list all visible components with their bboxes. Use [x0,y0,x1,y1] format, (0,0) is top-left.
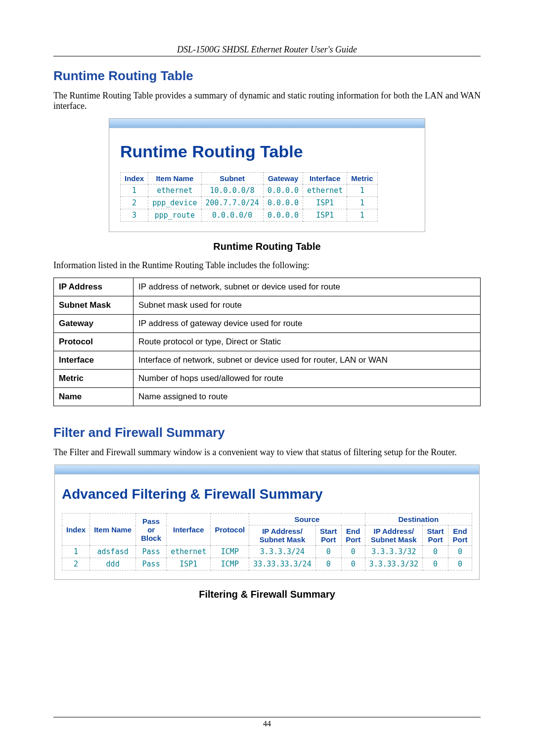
cell-metric: 1 [347,197,377,209]
col-dst-end: End Port [448,525,472,546]
cell-ssp: 0 [315,546,341,558]
footer-rule [53,717,481,717]
table-header-row: Index Item Name Subnet Gateway Interface… [121,173,378,185]
cell-dep: 0 [448,546,472,558]
cell-subnet: 200.7.7.0/24 [201,197,263,209]
table-row: 1 ethernet 10.0.0.0/8 0.0.0.0 ethernet 1 [121,185,378,197]
col-dst-start: Start Port [423,525,448,546]
panel-inner: Runtime Routing Table Index Item Name Su… [109,128,425,232]
cell-index: 1 [62,546,90,558]
cell-dsp: 0 [423,546,448,558]
cell-index: 2 [62,558,90,570]
desc-row: GatewayIP address of gateway device used… [54,315,481,333]
col-subnet: Subnet [201,173,263,185]
col-metric: Metric [347,173,377,185]
desc-val: IP address of gateway device used for ro… [134,315,481,333]
firewall-table: Index Item Name Pass or Block Interface … [62,513,472,570]
cell-sep: 0 [341,546,365,558]
document-page: DSL-1500G SHDSL Ethernet Router User's G… [0,0,534,756]
desc-row: IP AddressIP address of network, subnet … [54,278,481,296]
cell-metric: 1 [347,209,377,222]
cell-name: ddd [90,558,136,570]
group-source: Source [249,514,365,525]
desc-row: MetricNumber of hops used/allowed for ro… [54,370,481,388]
cell-proto: ICMP [211,558,249,570]
desc-key: Subnet Mask [54,296,134,315]
cell-dep: 0 [448,558,472,570]
cell-sip: 3.3.3.3/24 [249,546,315,558]
desc-key: Gateway [54,315,134,333]
cell-subnet: 0.0.0.0/0 [201,209,263,222]
cell-iface: ethernet [167,546,211,558]
section-intro-routing: The Runtime Routing Table provides a sum… [53,91,481,111]
cell-gw: 0.0.0.0 [263,185,303,197]
col-interface: Interface [167,514,211,546]
routing-panel-title: Runtime Routing Table [120,142,414,161]
cell-index: 1 [121,185,148,197]
routing-caption: Runtime Routing Table [53,241,481,252]
col-src-start: Start Port [315,525,341,546]
firewall-panel-wrapper: Advanced Filtering & Firewall Summary In… [54,465,480,580]
col-src-end: End Port [341,525,365,546]
cell-name: ppp_route [148,209,201,222]
desc-val: IP address of network, subnet or device … [134,278,481,296]
col-item-name: Item Name [90,514,136,546]
cell-pb: Pass [136,558,167,570]
cell-index: 2 [121,197,148,209]
section-intro-firewall: The Filter and Firewall summary window i… [53,447,481,458]
routing-desc-table: IP AddressIP address of network, subnet … [53,278,481,406]
cell-sep: 0 [341,558,365,570]
desc-key: Protocol [54,333,134,351]
desc-key: Name [54,388,134,406]
cell-metric: 1 [347,185,377,197]
desc-row: InterfaceInterface of network, subnet or… [54,351,481,370]
page-footer: 44 [53,717,481,728]
table-row: 2 ppp_device 200.7.7.0/24 0.0.0.0 ISP1 1 [121,197,378,209]
desc-row: ProtocolRoute protocol or type, Direct o… [54,333,481,351]
cell-pb: Pass [136,546,167,558]
table-group-header-row: Index Item Name Pass or Block Interface … [62,514,472,525]
cell-sip: 33.33.33.3/24 [249,558,315,570]
col-index: Index [121,173,148,185]
desc-key: Interface [54,351,134,370]
cell-dsp: 0 [423,558,448,570]
desc-key: IP Address [54,278,134,296]
desc-val: Number of hops used/allowed for route [134,370,481,388]
table-row: 2 ddd Pass ISP1 ICMP 33.33.33.3/24 0 0 3… [62,558,472,570]
desc-val: Route protocol or type, Direct or Static [134,333,481,351]
desc-val: Name assigned to route [134,388,481,406]
firewall-caption: Filtering & Firewall Summary [53,589,481,600]
firewall-panel: Advanced Filtering & Firewall Summary In… [54,465,480,580]
cell-dip: 3.3.3.3/32 [365,546,422,558]
cell-gw: 0.0.0.0 [263,209,303,222]
cell-ssp: 0 [315,558,341,570]
cell-gw: 0.0.0.0 [263,197,303,209]
section-heading-routing: Runtime Routing Table [53,68,481,84]
desc-row: Subnet MaskSubnet mask used for route [54,296,481,315]
routing-panel-wrapper: Runtime Routing Table Index Item Name Su… [109,118,425,232]
table-row: 1 adsfasd Pass ethernet ICMP 3.3.3.3/24 … [62,546,472,558]
cell-iface: ethernet [303,185,347,197]
section-heading-firewall: Filter and Firewall Summary [53,425,481,440]
col-gateway: Gateway [263,173,303,185]
cell-index: 3 [121,209,148,222]
cell-name: ethernet [148,185,201,197]
header-title: DSL-1500G SHDSL Ethernet Router User's G… [53,45,481,56]
cell-iface: ISP1 [167,558,211,570]
desc-intro: Information listed in the Runtime Routin… [53,260,481,271]
cell-subnet: 10.0.0.0/8 [201,185,263,197]
page-number: 44 [53,719,481,728]
col-pass-block: Pass or Block [136,514,167,546]
col-protocol: Protocol [211,514,249,546]
col-item-name: Item Name [148,173,201,185]
table-row: 3 ppp_route 0.0.0.0/0 0.0.0.0 ISP1 1 [121,209,378,222]
desc-val: Subnet mask used for route [134,296,481,315]
firewall-panel-title: Advanced Filtering & Firewall Summary [62,486,472,502]
col-src-ip: IP Address/ Subnet Mask [249,525,315,546]
cell-iface: ISP1 [303,197,347,209]
col-interface: Interface [303,173,347,185]
cell-name: ppp_device [148,197,201,209]
panel-topbar [109,119,425,128]
panel-topbar [55,465,479,474]
col-dst-ip: IP Address/ Subnet Mask [365,525,422,546]
